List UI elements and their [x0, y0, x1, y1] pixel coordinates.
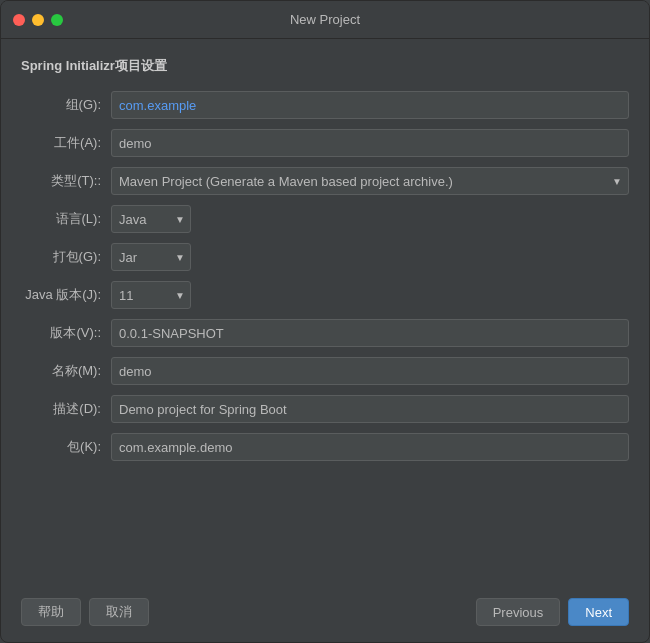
- window-title: New Project: [290, 12, 360, 27]
- version-label: 版本(V)::: [21, 324, 111, 342]
- title-bar: New Project: [1, 1, 649, 39]
- maximize-button[interactable]: [51, 14, 63, 26]
- previous-button[interactable]: Previous: [476, 598, 561, 626]
- description-label: 描述(D):: [21, 400, 111, 418]
- footer: 帮助 取消 Previous Next: [1, 586, 649, 642]
- language-row: 语言(L): Java Kotlin Groovy ▼: [21, 205, 629, 233]
- window-controls: [13, 14, 63, 26]
- minimize-button[interactable]: [32, 14, 44, 26]
- type-label: 类型(T)::: [21, 172, 111, 190]
- language-select[interactable]: Java Kotlin Groovy: [111, 205, 191, 233]
- name-label: 名称(M):: [21, 362, 111, 380]
- footer-right-buttons: Previous Next: [476, 598, 629, 626]
- window: New Project Spring Initializr项目设置 组(G): …: [0, 0, 650, 643]
- artifact-input[interactable]: [111, 129, 629, 157]
- group-row: 组(G):: [21, 91, 629, 119]
- packaging-select-wrapper: Jar War ▼: [111, 243, 191, 271]
- next-button[interactable]: Next: [568, 598, 629, 626]
- name-row: 名称(M):: [21, 357, 629, 385]
- language-select-wrapper: Java Kotlin Groovy ▼: [111, 205, 191, 233]
- name-input[interactable]: [111, 357, 629, 385]
- content-area: Spring Initializr项目设置 组(G): 工件(A): 类型(T)…: [1, 39, 649, 586]
- java-version-row: Java 版本(J): 8 11 17 ▼: [21, 281, 629, 309]
- help-button[interactable]: 帮助: [21, 598, 81, 626]
- type-select[interactable]: Maven Project (Generate a Maven based pr…: [111, 167, 629, 195]
- footer-left-buttons: 帮助 取消: [21, 598, 149, 626]
- description-input[interactable]: [111, 395, 629, 423]
- artifact-row: 工件(A):: [21, 129, 629, 157]
- java-version-select[interactable]: 8 11 17: [111, 281, 191, 309]
- language-label: 语言(L):: [21, 210, 111, 228]
- packaging-row: 打包(G): Jar War ▼: [21, 243, 629, 271]
- group-input[interactable]: [111, 91, 629, 119]
- type-row: 类型(T):: Maven Project (Generate a Maven …: [21, 167, 629, 195]
- description-row: 描述(D):: [21, 395, 629, 423]
- artifact-label: 工件(A):: [21, 134, 111, 152]
- version-input[interactable]: [111, 319, 629, 347]
- group-label: 组(G):: [21, 96, 111, 114]
- type-select-wrapper: Maven Project (Generate a Maven based pr…: [111, 167, 629, 195]
- packaging-label: 打包(G):: [21, 248, 111, 266]
- cancel-button[interactable]: 取消: [89, 598, 149, 626]
- section-title: Spring Initializr项目设置: [21, 57, 629, 75]
- version-row: 版本(V)::: [21, 319, 629, 347]
- package-input[interactable]: [111, 433, 629, 461]
- form-body: 组(G): 工件(A): 类型(T):: Maven Project (Gene…: [21, 91, 629, 576]
- java-version-select-wrapper: 8 11 17 ▼: [111, 281, 191, 309]
- packaging-select[interactable]: Jar War: [111, 243, 191, 271]
- package-label: 包(K):: [21, 438, 111, 456]
- java-version-label: Java 版本(J):: [21, 286, 111, 304]
- close-button[interactable]: [13, 14, 25, 26]
- package-row: 包(K):: [21, 433, 629, 461]
